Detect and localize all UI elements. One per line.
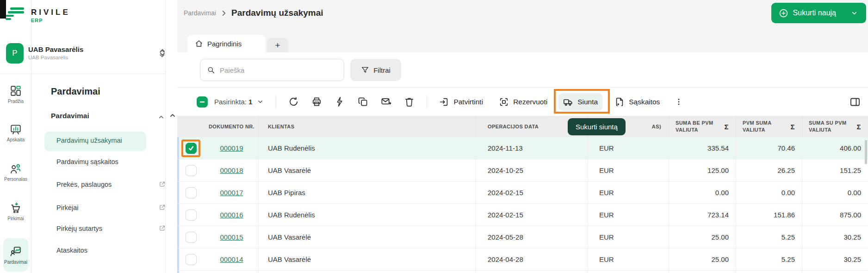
sidebar-item-prekes-paslaugos[interactable]: Prekės, paslaugos xyxy=(56,181,112,188)
row-checkbox[interactable] xyxy=(186,165,197,176)
table-row: 000017 UAB Pipiras 2024-02-15 EUR 0.00 0… xyxy=(177,182,868,204)
rail-item-pradzia[interactable]: Pradžia xyxy=(0,85,31,104)
client-cell: UAB Pipiras xyxy=(268,189,305,197)
rail-item-personalas[interactable]: Personalas xyxy=(0,163,31,182)
send-email-icon[interactable] xyxy=(381,96,391,107)
sum-net-cell: 125.00 xyxy=(707,166,729,174)
trash-icon[interactable] xyxy=(404,96,415,107)
nav-rail: Pradžia Apskaita xyxy=(0,0,31,273)
chevron-down-icon xyxy=(851,10,858,17)
table-row: 000015 UAB Vasarėlė 2024-05-28 EUR 25.00… xyxy=(177,226,868,248)
sidebar-item-pirkeju-sutartys[interactable]: Pirkėjų sutartys xyxy=(56,225,102,232)
document-link[interactable]: 000018 xyxy=(220,166,243,174)
sum-vat-cell: 5.25 xyxy=(781,255,795,263)
filter-funnel-icon xyxy=(361,66,369,74)
sum-net-cell: 335.54 xyxy=(707,144,729,152)
external-link-icon[interactable] xyxy=(159,204,166,211)
sidebar-item-pardavimu-uzsakymai[interactable]: Pardavimų užsakymai xyxy=(56,137,122,144)
sigma-icon[interactable]: Σ xyxy=(725,123,729,131)
company-subtitle: UAB Pavasarėlis xyxy=(28,55,83,60)
plus-circle-icon xyxy=(779,8,788,18)
tab-pagrindinis[interactable]: Pagrindinis xyxy=(187,35,265,52)
search-input[interactable] xyxy=(220,66,337,74)
document-link[interactable]: 000014 xyxy=(220,255,243,263)
toolbar-separator xyxy=(276,95,276,108)
selected-label: Pasirinkta: xyxy=(214,98,247,106)
column-header-doc[interactable]: DOKUMENTO NR. xyxy=(205,116,258,137)
row-checkbox[interactable] xyxy=(186,254,197,265)
currency-cell: EUR xyxy=(599,233,614,241)
invoices-button[interactable]: Sąskaitos xyxy=(610,93,664,111)
sigma-icon[interactable]: Σ xyxy=(857,123,861,131)
company-avatar: P xyxy=(6,43,24,63)
company-name: UAB Pavasarėlis xyxy=(28,45,83,53)
row-checkbox[interactable] xyxy=(186,232,197,243)
row-checkbox[interactable] xyxy=(186,187,197,198)
actions-toolbar: Pasirinkta: 1 xyxy=(177,88,868,116)
lightning-icon[interactable] xyxy=(335,96,345,107)
document-link[interactable]: 000017 xyxy=(220,189,243,197)
sum-gross-cell: 151.25 xyxy=(840,166,861,174)
confirm-button[interactable]: Patvirtinti xyxy=(434,93,488,111)
table-header-row: DOKUMENTO NR. KLIENTAS OPERACIJOS DATA A… xyxy=(177,116,868,137)
column-header-client[interactable]: KLIENTAS xyxy=(258,116,475,137)
currency-cell: EUR xyxy=(599,255,614,263)
sum-vat-cell: 5.25 xyxy=(781,233,795,241)
sidebar-item-pirkejai[interactable]: Pirkėjai xyxy=(56,204,79,211)
external-link-icon[interactable] xyxy=(159,181,166,188)
shipment-button[interactable]: Siunta xyxy=(558,93,602,111)
create-shipment-tooltip: Sukurti siuntą xyxy=(568,118,626,135)
external-link-icon[interactable] xyxy=(159,225,166,232)
print-icon[interactable] xyxy=(311,96,322,107)
rail-item-pirkimai[interactable]: Pirkimai xyxy=(0,202,31,221)
sum-vat-cell: 0.00 xyxy=(781,189,795,197)
reserve-button[interactable]: Rezervuoti xyxy=(494,93,552,111)
sidebar-collapse-icon[interactable] xyxy=(159,49,166,58)
rail-item-apskaita[interactable]: Apskaita xyxy=(0,123,31,142)
sidebar-item-pardavimu-saskaitos[interactable]: Pardavimų sąskaitos xyxy=(56,158,118,165)
refresh-icon[interactable] xyxy=(288,96,299,107)
sigma-icon[interactable]: Σ xyxy=(791,123,795,131)
breadcrumb-parent[interactable]: Pardavimai xyxy=(184,9,216,17)
column-header-sum-vat[interactable]: PVM SUMA VALIUTA Σ xyxy=(736,116,802,137)
document-link[interactable]: 000019 xyxy=(220,144,243,152)
cart-icon xyxy=(10,202,22,214)
row-checkbox-checked[interactable] xyxy=(186,143,197,154)
currency-cell: EUR xyxy=(599,144,614,152)
date-cell: 2024-02-15 xyxy=(488,211,523,219)
confirm-icon xyxy=(439,97,449,107)
table-row: 000016 UAB Rudenėlis 2024-02-15 EUR 723.… xyxy=(177,204,868,226)
create-new-button[interactable]: Sukurti naują xyxy=(771,3,866,23)
app-logo: RIVILE ERP xyxy=(5,6,70,24)
brand-sub: ERP xyxy=(31,18,70,23)
columns-panel-icon[interactable] xyxy=(849,96,861,108)
filters-button[interactable]: Filtrai xyxy=(350,59,401,81)
document-link[interactable]: 000016 xyxy=(220,211,243,219)
orders-table: DOKUMENTO NR. KLIENTAS OPERACIJOS DATA A… xyxy=(177,116,868,273)
sum-gross-cell: 875.00 xyxy=(840,211,861,219)
sidebar-section-pardavimai[interactable]: Pardavimai xyxy=(51,112,160,120)
copy-icon[interactable] xyxy=(358,96,368,107)
selection-dropdown-icon[interactable] xyxy=(257,98,264,105)
search-icon xyxy=(207,66,215,74)
row-checkbox[interactable] xyxy=(186,210,197,221)
sum-gross-cell: 30.25 xyxy=(843,255,861,263)
sidebar-item-ataskaitos[interactable]: Ataskaitos xyxy=(56,247,87,254)
section-collapse-icon[interactable] xyxy=(158,114,164,120)
add-tab-button[interactable]: + xyxy=(267,38,288,52)
kebab-menu-icon[interactable] xyxy=(675,97,683,107)
company-selector[interactable]: P UAB Pavasarėlis UAB Pavasarėlis xyxy=(6,43,159,63)
document-link[interactable]: 000015 xyxy=(220,233,243,241)
sum-vat-cell: 70.46 xyxy=(777,144,795,152)
column-header-sum-net[interactable]: SUMA BE PVM VALIUTA Σ xyxy=(669,116,736,137)
date-cell: 2024-10-25 xyxy=(488,166,523,174)
select-all-checkbox[interactable] xyxy=(197,96,208,108)
date-cell: 2024-11-13 xyxy=(488,144,523,152)
column-header-sum-gross[interactable]: SUMA SU PVM VALIUTA Σ xyxy=(802,116,868,137)
people-icon xyxy=(10,163,22,175)
table-row: 000014 UAB Vasarėlė 2024-04-28 EUR 25.00… xyxy=(177,248,868,271)
rail-item-pardavimai[interactable]: Pardavimai xyxy=(3,238,28,272)
vertical-scrollbar[interactable] xyxy=(865,140,867,164)
chevron-right-icon xyxy=(221,10,227,16)
rail-label: Pirkimai xyxy=(7,216,24,221)
